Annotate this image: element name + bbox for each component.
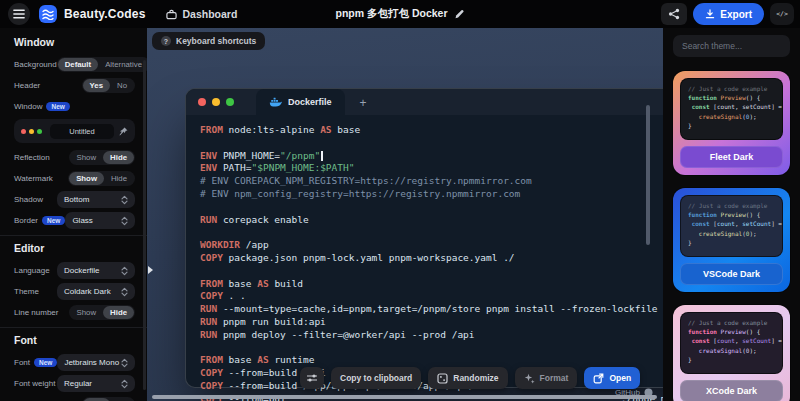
toolbar-settings-button[interactable]	[300, 367, 324, 389]
select-theme[interactable]: Coldark Dark	[57, 283, 135, 300]
setting-row-reflection: ReflectionShowHide	[14, 149, 135, 166]
preview-code-line: }	[688, 121, 775, 130]
option-hide[interactable]: Hide	[103, 151, 134, 164]
preview-token: );	[749, 347, 756, 354]
select-font[interactable]: Jetbrains Mono	[57, 354, 135, 371]
close-dot[interactable]	[198, 98, 206, 106]
document-title[interactable]: pnpm 多包打包 Docker	[335, 7, 464, 21]
section-divider	[0, 235, 147, 236]
new-badge: New	[46, 102, 69, 111]
option-hide[interactable]: Hide	[103, 306, 134, 319]
select-language[interactable]: Dockerfile	[57, 262, 135, 279]
preview-token: }	[688, 122, 692, 129]
setting-row-shadow: ShadowBottom	[14, 191, 135, 208]
chevron-up-down-icon	[121, 216, 128, 226]
randomize-button[interactable]: Randomize	[428, 367, 507, 389]
close-dot-mini	[21, 129, 26, 134]
brand-logo-icon[interactable]	[39, 5, 57, 23]
option-show[interactable]: Show	[70, 306, 104, 319]
segmented-header: YesNo	[82, 78, 135, 93]
window-title-preview[interactable]: Untitled	[14, 119, 135, 143]
search-input[interactable]	[673, 35, 790, 57]
setting-row-window: WindowNew	[14, 98, 135, 115]
setting-label-font: FontNew	[14, 358, 57, 367]
select-shadow[interactable]: Bottom	[57, 191, 135, 208]
code-token: base	[223, 354, 257, 365]
sidebar-collapse-handle[interactable]	[148, 266, 153, 274]
edit-pencil-icon[interactable]	[455, 9, 465, 19]
preview-canvas: ? Keyboard shortcuts Dockerfile + FR	[147, 28, 663, 401]
setting-label-background: Background	[14, 60, 57, 69]
theme-card-vscode-dark[interactable]: // Just a code examplefunction Preview()…	[673, 188, 790, 292]
sidebar-scrollbar[interactable]	[143, 60, 146, 390]
code-editor[interactable]: FROM node:lts-alpine AS baseENV PNPM_HOM…	[186, 115, 663, 401]
setting-label-text: Background	[14, 60, 57, 69]
code-token: build	[269, 278, 303, 289]
horizontal-scrollbar[interactable]	[152, 395, 657, 399]
option-yes[interactable]: Yes	[83, 79, 110, 92]
setting-row-theme: ThemeColdark Dark	[14, 283, 135, 300]
maximize-dot[interactable]	[226, 98, 234, 106]
theme-card-fleet-dark[interactable]: // Just a code examplefunction Preview()…	[673, 71, 790, 175]
sparkles-icon	[524, 373, 535, 384]
preview-token: }	[688, 356, 692, 363]
top-bar: Beauty.Codes Dashboard pnpm 多包打包 Docker	[0, 0, 800, 28]
preview-code-line: createSignal(0);	[688, 229, 775, 238]
code-line: # ENV COREPACK_NPM_REGISTRY=https://regi…	[200, 175, 663, 188]
setting-label-text: Header	[14, 81, 40, 90]
code-line: FROM base AS build	[200, 278, 663, 291]
option-hide[interactable]: Hide	[104, 172, 134, 185]
select-border[interactable]: Glass	[65, 212, 135, 229]
code-token: # ENV COREPACK_NPM_REGISTRY=https://regi…	[200, 175, 532, 186]
minimize-dot[interactable]	[212, 98, 220, 106]
setting-row-header: HeaderYesNo	[14, 77, 135, 94]
option-default[interactable]: Default	[58, 58, 98, 71]
code-window: Dockerfile + FROM node:lts-alpine AS bas…	[185, 88, 663, 388]
preview-token: }	[688, 239, 692, 246]
chevron-up-down-icon	[121, 195, 128, 205]
window-title-value[interactable]: Untitled	[50, 124, 114, 139]
avatar[interactable]: </>	[770, 3, 794, 25]
copy-to-clipboard-button[interactable]: Copy to clipboard	[331, 367, 421, 389]
theme-select-button-vscode-dark[interactable]: VSCode Dark	[680, 263, 783, 285]
code-token: # ENV npm_config_registry=https://regist…	[200, 188, 520, 199]
theme-select-button-fleet-dark[interactable]: Fleet Dark	[680, 146, 783, 168]
code-line: COPY package.json pnpm-lock.yaml pnpm-wo…	[200, 252, 663, 265]
nav-dashboard[interactable]: Dashboard	[166, 8, 238, 20]
select-shadow-value: Bottom	[64, 195, 89, 204]
preview-code-line: }	[688, 355, 775, 364]
preview-code-line: const [count, setCount] =	[688, 102, 775, 111]
pin-icon	[119, 127, 128, 136]
preview-token: setCount	[742, 337, 771, 344]
code-line: ENV PATH="$PNPM_HOME:$PATH"	[200, 162, 663, 175]
option-no[interactable]: No	[110, 79, 134, 92]
topbar-actions: Export </>	[661, 3, 794, 25]
setting-row-ligatures: LigaturesYesNo	[14, 396, 135, 401]
setting-label-text: Border	[14, 216, 38, 225]
option-show[interactable]: Show	[69, 172, 104, 185]
tab-dockerfile[interactable]: Dockerfile	[256, 89, 345, 115]
code-line: WORKDIR /app	[200, 239, 663, 252]
new-tab-button[interactable]: +	[360, 96, 367, 110]
format-button-label: Format	[540, 373, 569, 383]
format-button[interactable]: Format	[515, 367, 578, 389]
option-alternative[interactable]: Alternative	[98, 58, 147, 71]
theme-card-xcode-dark[interactable]: // Just a code examplefunction Preview()…	[673, 305, 790, 401]
select-font-weight[interactable]: Regular	[57, 375, 135, 392]
keyboard-shortcuts-button[interactable]: ? Keyboard shortcuts	[152, 32, 265, 50]
open-button[interactable]: Open	[584, 367, 640, 389]
code-token: PNPM_HOME=	[217, 150, 280, 161]
preview-token: count	[717, 220, 735, 227]
option-show[interactable]: Show	[70, 151, 104, 164]
theme-select-button-xcode-dark[interactable]: XCode Dark	[680, 380, 783, 401]
code-window-header[interactable]: Dockerfile +	[186, 89, 663, 115]
copy-to-clipboard-button-label: Copy to clipboard	[340, 373, 412, 383]
menu-button[interactable]	[8, 3, 30, 25]
preview-token: [	[710, 103, 717, 110]
preview-token: function	[688, 328, 717, 335]
export-button[interactable]: Export	[693, 3, 764, 25]
select-border-value: Glass	[72, 216, 92, 225]
share-button[interactable]	[661, 3, 687, 25]
vertical-scrollbar[interactable]	[646, 105, 650, 245]
preview-token: Preview	[721, 211, 746, 218]
